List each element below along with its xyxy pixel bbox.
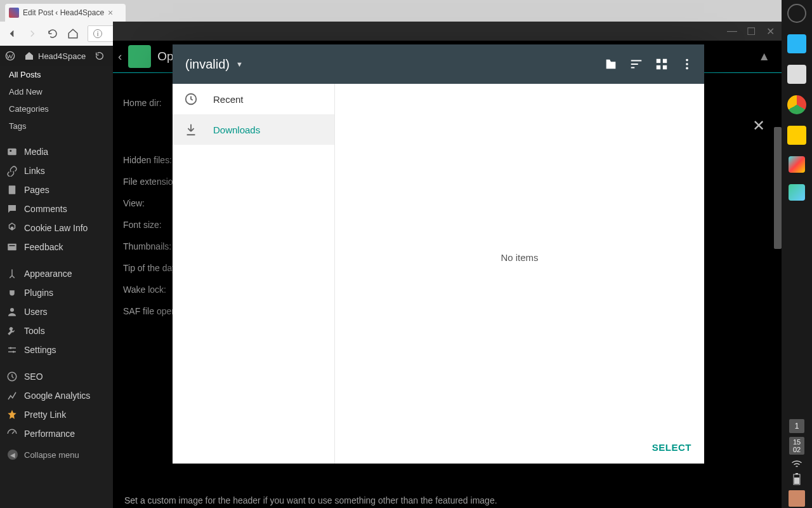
dock-app2-icon[interactable] <box>787 126 806 145</box>
sidebar-item-media[interactable]: Media <box>0 142 113 161</box>
dock-app3-icon[interactable] <box>789 184 805 201</box>
reload-icon[interactable] <box>47 28 58 39</box>
svg-rect-16 <box>657 65 660 69</box>
dock-launcher-icon[interactable] <box>787 4 806 23</box>
svg-point-19 <box>686 63 688 65</box>
inner-window-controls: — ☐ ✕ <box>113 22 782 41</box>
download-icon <box>184 123 198 137</box>
svg-rect-5 <box>8 244 16 251</box>
file-picker-content: No items SELECT <box>335 84 704 464</box>
wifi-icon[interactable] <box>791 460 802 470</box>
file-picker-sidebar: Recent Downloads <box>173 84 335 464</box>
sidebar-item-label: Downloads <box>213 124 260 135</box>
user-avatar[interactable] <box>789 490 805 507</box>
window-minimize-icon[interactable]: — <box>727 26 737 36</box>
svg-rect-3 <box>9 185 16 194</box>
svg-point-2 <box>10 150 11 152</box>
svg-rect-15 <box>663 59 667 63</box>
os-dock: 1 15 02 <box>782 0 812 508</box>
app-logo-icon <box>128 45 151 68</box>
clock-icon <box>184 92 198 106</box>
scrollbar-thumb[interactable] <box>774 127 782 249</box>
sidebar-item-feedback[interactable]: Feedback <box>0 237 113 257</box>
wp-admin-sidebar: All Posts Add New Categories Tags Media … <box>0 66 113 508</box>
back-icon[interactable] <box>6 28 18 39</box>
battery-icon[interactable] <box>793 472 801 486</box>
svg-rect-1 <box>8 149 16 156</box>
grid-view-icon[interactable] <box>655 57 669 71</box>
forward-icon[interactable] <box>27 28 38 39</box>
footer-hint: Set a custom image for the header if you… <box>124 495 497 505</box>
svg-rect-6 <box>10 245 15 246</box>
svg-rect-13 <box>794 478 799 484</box>
system-tray[interactable]: 1 15 02 <box>789 419 805 508</box>
sidebar-item-downloads[interactable]: Downloads <box>173 114 334 145</box>
notification-badge[interactable]: 1 <box>789 419 804 433</box>
dropdown-caret-icon: ▼ <box>236 60 243 68</box>
dock-app-icon[interactable] <box>787 65 806 84</box>
chrome-tab-strip: Edit Post ‹ Head4Space × <box>0 0 812 22</box>
dock-chrome-icon[interactable] <box>787 95 806 114</box>
tab-title: Edit Post ‹ Head4Space <box>23 8 104 17</box>
refresh-icon[interactable] <box>95 51 105 61</box>
svg-point-7 <box>10 308 14 312</box>
svg-rect-12 <box>796 473 798 474</box>
svg-point-18 <box>686 59 688 62</box>
file-picker-toolbar: (invalid) ▼ <box>173 44 704 84</box>
sidebar-item-seo[interactable]: SEO <box>0 367 113 386</box>
sidebar-item-performance[interactable]: Performance <box>0 424 113 443</box>
back-chevron-icon[interactable]: ‹ <box>118 50 122 64</box>
favicon-icon <box>9 8 19 18</box>
svg-rect-17 <box>663 65 667 69</box>
site-name: Head4Space <box>38 51 86 61</box>
sidebar-item-appearance[interactable]: Appearance <box>0 264 113 283</box>
select-button[interactable]: SELECT <box>652 442 691 453</box>
sidebar-item-tools[interactable]: Tools <box>0 321 113 340</box>
sidebar-item-cookie-law[interactable]: Cookie Law Info <box>0 218 113 237</box>
browser-tab[interactable]: Edit Post ‹ Head4Space × <box>5 4 126 22</box>
svg-point-8 <box>10 347 11 349</box>
file-picker-title: (invalid) <box>185 57 230 72</box>
sidebar-item-label: Recent <box>213 94 244 105</box>
sort-icon[interactable] <box>629 57 643 71</box>
sidebar-item-prettylink[interactable]: Pretty Link <box>0 405 113 424</box>
sidebar-item-recent[interactable]: Recent <box>173 84 334 114</box>
wordpress-icon[interactable] <box>5 51 15 61</box>
dock-play-icon[interactable] <box>789 156 805 173</box>
svg-point-9 <box>13 351 15 353</box>
file-picker-dialog: (invalid) ▼ Recent <box>173 44 704 464</box>
sidebar-item-comments[interactable]: Comments <box>0 199 113 218</box>
sidebar-item-all-posts[interactable]: All Posts <box>0 66 113 83</box>
sidebar-item-users[interactable]: Users <box>0 302 113 321</box>
svg-rect-14 <box>657 59 660 63</box>
collapse-icon: ◀ <box>8 450 18 460</box>
overflow-menu-icon[interactable] <box>680 57 694 71</box>
page-info-icon[interactable]: i <box>93 29 102 38</box>
window-close-icon[interactable]: ✕ <box>765 26 775 36</box>
sidebar-item-pages[interactable]: Pages <box>0 180 113 199</box>
svg-point-20 <box>686 67 688 70</box>
collapse-caret-icon[interactable]: ▲ <box>758 50 770 64</box>
collapse-menu-button[interactable]: ◀ Collapse menu <box>0 443 113 466</box>
dock-files-icon[interactable] <box>787 34 806 53</box>
new-folder-icon[interactable] <box>604 57 618 71</box>
panel-close-icon[interactable]: ✕ <box>752 117 765 135</box>
home-icon[interactable] <box>67 28 79 39</box>
window-maximize-icon[interactable]: ☐ <box>746 26 756 36</box>
close-icon[interactable]: × <box>108 8 113 18</box>
sidebar-item-plugins[interactable]: Plugins <box>0 283 113 302</box>
sidebar-item-categories[interactable]: Categories <box>0 100 113 117</box>
tray-date[interactable]: 15 02 <box>789 437 804 455</box>
sidebar-item-analytics[interactable]: Google Analytics <box>0 386 113 405</box>
sidebar-item-links[interactable]: Links <box>0 161 113 180</box>
site-home-link[interactable]: Head4Space <box>24 51 86 61</box>
sidebar-item-settings[interactable]: Settings <box>0 340 113 359</box>
empty-state-text: No items <box>335 84 704 431</box>
sidebar-item-add-new[interactable]: Add New <box>0 83 113 100</box>
file-picker-location-dropdown[interactable]: (invalid) ▼ <box>185 57 243 72</box>
sidebar-item-tags[interactable]: Tags <box>0 117 113 135</box>
